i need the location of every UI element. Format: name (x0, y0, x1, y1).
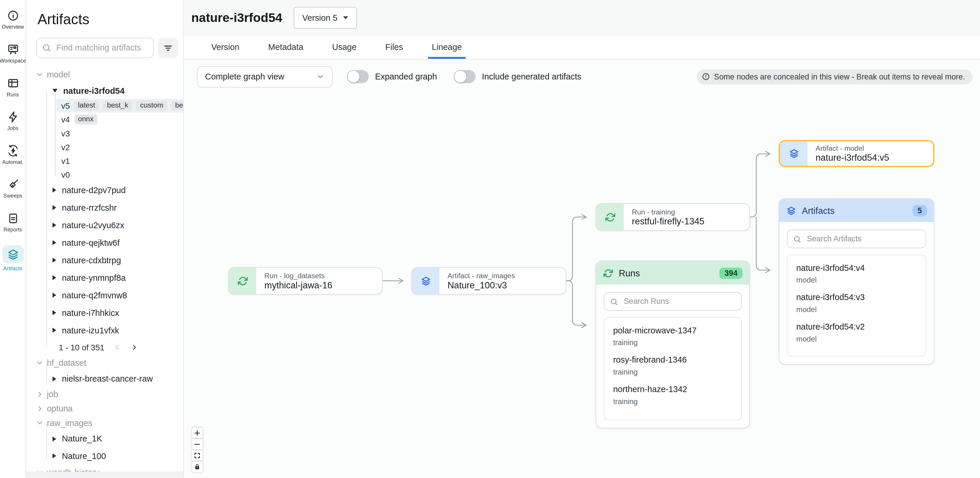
nav-artifacts[interactable]: Artifacts (0, 245, 26, 271)
tree-item[interactable]: nature-rrzfcshr (36, 199, 178, 217)
run-job-type: training (613, 397, 733, 406)
graph-view-select[interactable]: Complete graph view (197, 66, 332, 88)
artifacts-search-input[interactable] (806, 234, 920, 244)
version-row-v2[interactable]: v2 (56, 140, 178, 154)
reports-clipboard-icon (6, 211, 19, 225)
nav-jobs[interactable]: Jobs (0, 110, 26, 131)
nav-label: Workspace (0, 57, 26, 64)
version-row-v4[interactable]: v4 onnx (56, 113, 178, 126)
triangle-right-icon (52, 328, 56, 333)
tree-item[interactable]: nature-cdxbtrpg (36, 251, 178, 269)
sidebar-scroll-strip[interactable] (26, 472, 183, 478)
tree-category-job[interactable]: job (36, 387, 178, 402)
graph-node-run-log-datasets[interactable]: Run - log_datasets mythical-jawa-16 (228, 267, 383, 295)
run-list-item[interactable]: polar-microwave-1347 training (605, 322, 741, 352)
app-window: Overview Workspace Runs Jobs Automat. Sw (0, 0, 980, 478)
version-selector[interactable]: Version 5 (293, 7, 357, 29)
tree-guide (55, 93, 56, 176)
tree-item-nature-i3rfod54[interactable]: nature-i3rfod54 (36, 83, 178, 99)
toggle-knob (347, 70, 360, 83)
nav-overview[interactable]: Overview (0, 9, 26, 30)
triangle-right-icon (52, 436, 56, 441)
pagination: 1 - 10 of 351 (59, 339, 178, 355)
run-list-item[interactable]: rosy-firebrand-1346 training (605, 352, 741, 381)
version-row-v0[interactable]: v0 (56, 168, 178, 182)
artifact-list-item[interactable]: nature-i3rfod54:v2 model (788, 318, 926, 348)
runs-search-input[interactable] (622, 296, 736, 306)
run-name: polar-microwave-1347 (613, 326, 733, 335)
tree-item[interactable]: nature-q2fmvnw8 (36, 286, 178, 304)
runs-panel-header[interactable]: Runs 394 (596, 261, 749, 285)
artifact-name: Nature_100 (62, 451, 106, 460)
artifact-name: nature-cdxbtrpg (62, 255, 121, 265)
tree-item[interactable]: nature-d2pv7pud (36, 182, 178, 199)
triangle-right-icon (52, 275, 56, 280)
chevron-right-icon[interactable] (130, 343, 138, 351)
toggle-track (454, 70, 476, 83)
tree-category-model[interactable]: model (36, 67, 178, 83)
sidebar-search-input[interactable] (55, 43, 145, 53)
chevron-left-icon[interactable] (113, 343, 121, 351)
artifact-list-item[interactable]: nature-i3rfod54:v3 model (788, 289, 926, 319)
panel-title: Artifacts (802, 206, 835, 215)
artifact-layers-icon (786, 206, 796, 215)
tab-usage[interactable]: Usage (331, 36, 358, 59)
nav-label: Artifacts (3, 265, 22, 271)
nav-runs[interactable]: Runs (0, 76, 26, 97)
include-generated-toggle[interactable]: Include generated artifacts (454, 70, 581, 83)
nav-automations[interactable]: Automat. (0, 144, 26, 165)
version-row-v1[interactable]: v1 (56, 154, 178, 168)
chevron-right-icon (36, 405, 43, 412)
tree-item[interactable]: nielsr-breast-cancer-raw (36, 370, 178, 387)
version-label: v3 (61, 129, 70, 138)
wandb-artifacts-page: Overview Workspace Runs Jobs Automat. Sw (0, 0, 980, 478)
page-title: nature-i3rfod54 (191, 11, 282, 25)
run-name: rosy-firebrand-1346 (613, 355, 733, 365)
tree-category-hf-dataset[interactable]: hf_dataset (36, 355, 178, 370)
artifact-name: nature-ynmnpf8a (62, 273, 126, 282)
tree-item[interactable]: Nature_1K (36, 430, 178, 447)
graph-node-artifact-raw-images[interactable]: Artifact - raw_images Nature_100:v3 (411, 267, 566, 295)
run-name: northern-haze-1342 (613, 384, 733, 394)
artifact-name: nature-izu1vfxk (62, 325, 119, 335)
tab-metadata[interactable]: Metadata (267, 36, 305, 59)
fit-view-button[interactable] (192, 450, 202, 461)
artifact-type: model (796, 335, 917, 343)
tree-guide (46, 423, 47, 460)
tree-category-optuna[interactable]: optuna (36, 402, 178, 416)
graph-view-value: Complete graph view (205, 72, 284, 81)
runs-search (604, 292, 742, 311)
tree-item[interactable]: nature-izu1vfxk (36, 321, 178, 339)
expanded-graph-toggle[interactable]: Expanded graph (347, 70, 437, 83)
run-list-item[interactable]: northern-haze-1342 training (605, 381, 741, 410)
nav-sweeps[interactable]: Sweeps (0, 178, 26, 199)
nav-reports[interactable]: Reports (0, 211, 26, 233)
tree-item[interactable]: Nature_100 (36, 447, 178, 465)
info-icon (6, 9, 19, 22)
chevron-down-icon (36, 359, 43, 366)
nav-workspace[interactable]: Workspace (0, 43, 26, 64)
zoom-in-button[interactable] (192, 428, 202, 438)
tree-item[interactable]: nature-qejktw6f (36, 234, 178, 251)
tree-category-raw-images[interactable]: raw_images (36, 416, 178, 430)
tab-version[interactable]: Version (210, 36, 240, 59)
artifacts-panel-header[interactable]: Artifacts 5 (780, 199, 934, 222)
zoom-out-button[interactable] (192, 439, 202, 449)
artifact-name: nature-u2vyu6zx (62, 220, 124, 229)
tab-lineage[interactable]: Lineage (430, 36, 463, 59)
triangle-right-icon (52, 310, 56, 315)
lock-button[interactable] (192, 462, 202, 472)
tree-item[interactable]: nature-i7hhkicx (36, 304, 178, 321)
filter-button[interactable] (158, 37, 178, 58)
tab-files[interactable]: Files (384, 36, 404, 59)
category-label: job (47, 389, 59, 399)
version-row-v5[interactable]: v5 latest best_k custom best (56, 99, 184, 113)
artifact-version-name: nature-i3rfod54:v4 (796, 263, 917, 272)
tree-item[interactable]: nature-u2vyu6zx (36, 217, 178, 234)
tree-item[interactable]: nature-ynmnpf8a (36, 269, 178, 286)
graph-node-artifact-model-selected[interactable]: Artifact - model nature-i3rfod54:v5 (779, 140, 934, 167)
artifact-version-name: nature-i3rfod54:v3 (796, 293, 917, 302)
version-row-v3[interactable]: v3 (56, 126, 178, 140)
graph-node-run-training[interactable]: Run - training restful-firefly-1345 (596, 203, 750, 231)
artifact-list-item[interactable]: nature-i3rfod54:v4 model (788, 260, 926, 289)
